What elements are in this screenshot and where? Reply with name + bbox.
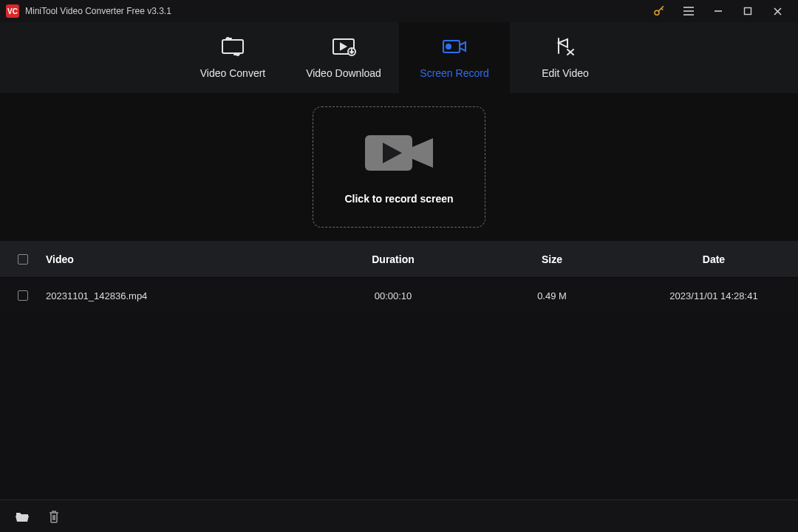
select-all-checkbox[interactable] <box>18 254 28 265</box>
tab-label: Video Download <box>306 67 381 79</box>
empty-area <box>0 313 798 499</box>
tab-video-download[interactable]: Video Download <box>288 22 399 93</box>
row-checkbox[interactable] <box>18 290 28 301</box>
bottom-toolbar <box>0 499 798 532</box>
tab-label: Screen Record <box>420 67 488 79</box>
upgrade-key-button[interactable] <box>644 0 674 22</box>
svg-point-13 <box>446 44 451 49</box>
delete-button[interactable] <box>47 509 61 524</box>
svg-marker-10 <box>341 44 346 50</box>
tab-edit-video[interactable]: Edit Video <box>510 22 621 93</box>
cell-duration: 00:00:10 <box>312 290 474 301</box>
close-button[interactable] <box>763 0 792 22</box>
tab-video-convert[interactable]: Video Convert <box>177 22 288 93</box>
tab-label: Video Convert <box>200 67 265 79</box>
minimize-button[interactable] <box>703 0 733 22</box>
cell-video: 20231101_142836.mp4 <box>46 290 312 301</box>
col-duration: Duration <box>312 253 474 265</box>
tab-label: Edit Video <box>542 67 589 79</box>
table-header: Video Duration Size Date <box>0 241 798 278</box>
cell-date: 2023/11/01 14:28:41 <box>630 290 798 301</box>
col-size: Size <box>474 253 630 265</box>
download-icon <box>331 36 356 57</box>
record-icon <box>441 36 468 57</box>
convert-icon <box>220 36 245 57</box>
app-title: MiniTool Video Converter Free v3.3.1 <box>25 6 171 16</box>
record-screen-button[interactable]: Click to record screen <box>313 106 485 228</box>
edit-icon <box>554 36 576 57</box>
tab-screen-record[interactable]: Screen Record <box>399 22 510 93</box>
cell-size: 0.49 M <box>474 290 630 301</box>
col-date: Date <box>630 253 798 265</box>
title-bar: VC MiniTool Video Converter Free v3.3.1 <box>0 0 798 22</box>
camera-icon <box>362 129 436 177</box>
app-logo-icon: VC <box>6 4 19 18</box>
maximize-button[interactable] <box>733 0 763 22</box>
table-row[interactable]: 20231101_142836.mp4 00:00:10 0.49 M 2023… <box>0 278 798 313</box>
svg-rect-8 <box>222 40 243 53</box>
open-folder-button[interactable] <box>15 510 30 523</box>
col-video: Video <box>46 253 312 265</box>
hero-area: Click to record screen <box>0 93 798 241</box>
menu-button[interactable] <box>674 0 703 22</box>
main-tab-nav: Video Convert Video Download <box>0 22 798 93</box>
svg-rect-5 <box>745 8 751 15</box>
record-label: Click to record screen <box>344 193 453 205</box>
